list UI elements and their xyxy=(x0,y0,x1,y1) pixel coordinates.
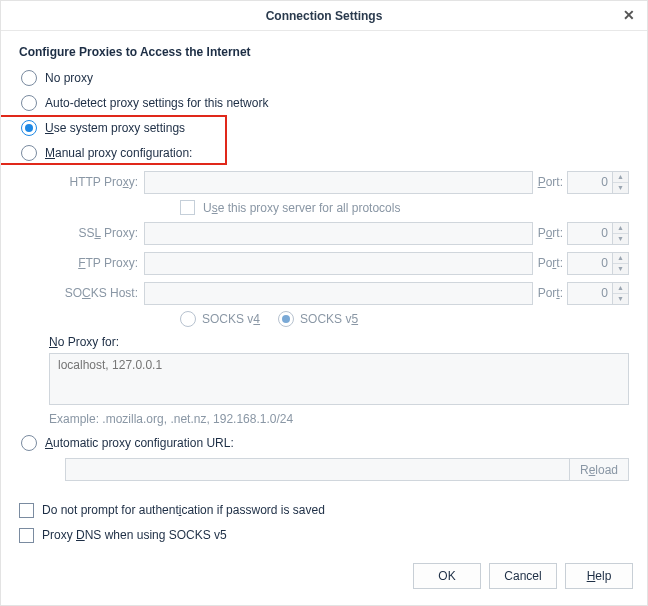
checkbox-label: Proxy DNS when using SOCKS v5 xyxy=(42,528,227,542)
ssl-proxy-input[interactable] xyxy=(144,222,533,245)
radio-icon xyxy=(21,70,37,86)
no-proxy-textarea[interactable] xyxy=(49,353,629,405)
section-heading: Configure Proxies to Access the Internet xyxy=(19,45,629,59)
bottom-options: Do not prompt for authentication if pass… xyxy=(19,499,629,546)
http-proxy-label: HTTP Proxy: xyxy=(49,175,144,189)
close-icon[interactable]: ✕ xyxy=(619,5,639,25)
radio-no-proxy[interactable]: No proxy xyxy=(21,67,629,89)
http-proxy-input[interactable] xyxy=(144,171,533,194)
button-bar: OK Cancel Help xyxy=(1,557,647,605)
chevron-up-icon: ▲ xyxy=(613,283,628,294)
radio-label: Auto-detect proxy settings for this netw… xyxy=(45,96,268,110)
port-label: Port: xyxy=(533,256,567,270)
radio-manual[interactable]: Manual proxy configuration: xyxy=(21,142,629,164)
socks-host-label: SOCKS Host: xyxy=(49,286,144,300)
radio-auto-detect[interactable]: Auto-detect proxy settings for this netw… xyxy=(21,92,629,114)
connection-settings-dialog: Connection Settings ✕ Configure Proxies … xyxy=(0,0,648,606)
radio-pac[interactable]: Automatic proxy configuration URL: xyxy=(21,432,629,454)
chevron-up-icon: ▲ xyxy=(613,172,628,183)
radio-icon xyxy=(21,120,37,136)
cancel-button[interactable]: Cancel xyxy=(489,563,557,589)
socks-v5-label: SOCKS v5 xyxy=(300,312,358,326)
port-spinner[interactable]: ▲▼ xyxy=(613,282,629,305)
ftp-proxy-input[interactable] xyxy=(144,252,533,275)
no-proxy-label: No Proxy for: xyxy=(49,335,629,349)
socks-port-input[interactable] xyxy=(567,282,613,305)
radio-label: No proxy xyxy=(45,71,93,85)
radio-label: Automatic proxy configuration URL: xyxy=(45,436,234,450)
radio-icon xyxy=(180,311,196,327)
checkbox-icon xyxy=(180,200,195,215)
ftp-port-input[interactable] xyxy=(567,252,613,275)
socks-v4-label: SOCKS v4 xyxy=(202,312,260,326)
help-button[interactable]: Help xyxy=(565,563,633,589)
no-proxy-block: No Proxy for: Example: .mozilla.org, .ne… xyxy=(49,335,629,426)
radio-use-system[interactable]: Use system proxy settings xyxy=(21,117,629,139)
ssl-port-input[interactable] xyxy=(567,222,613,245)
pac-url-row: Reload xyxy=(65,458,629,481)
radio-icon xyxy=(21,95,37,111)
socks-host-input[interactable] xyxy=(144,282,533,305)
ssl-proxy-row: SSL Proxy: Port: ▲▼ xyxy=(49,221,629,245)
checkbox-label: Do not prompt for authentication if pass… xyxy=(42,503,325,517)
chevron-up-icon: ▲ xyxy=(613,223,628,234)
http-proxy-row: HTTP Proxy: Port: ▲▼ xyxy=(49,170,629,194)
chevron-down-icon: ▼ xyxy=(613,183,628,193)
no-proxy-example: Example: .mozilla.org, .net.nz, 192.168.… xyxy=(49,412,629,426)
checkbox-proxy-dns[interactable]: Proxy DNS when using SOCKS v5 xyxy=(19,524,629,546)
titlebar: Connection Settings ✕ xyxy=(1,1,647,31)
proxy-fields: HTTP Proxy: Port: ▲▼ Use this proxy serv… xyxy=(49,170,629,327)
radio-icon xyxy=(21,435,37,451)
radio-label: Manual proxy configuration: xyxy=(45,146,192,160)
port-spinner[interactable]: ▲▼ xyxy=(613,222,629,245)
chevron-up-icon: ▲ xyxy=(613,253,628,264)
ok-button[interactable]: OK xyxy=(413,563,481,589)
use-all-protocols-row[interactable]: Use this proxy server for all protocols xyxy=(180,200,629,215)
checkbox-icon xyxy=(19,503,34,518)
checkbox-icon xyxy=(19,528,34,543)
reload-button[interactable]: Reload xyxy=(570,458,629,481)
ftp-proxy-row: FTP Proxy: Port: ▲▼ xyxy=(49,251,629,275)
chevron-down-icon: ▼ xyxy=(613,264,628,274)
radio-icon xyxy=(21,145,37,161)
port-spinner[interactable]: ▲▼ xyxy=(613,252,629,275)
window-title: Connection Settings xyxy=(266,9,383,23)
http-port-input[interactable] xyxy=(567,171,613,194)
checkbox-no-prompt-auth[interactable]: Do not prompt for authentication if pass… xyxy=(19,499,629,521)
ftp-proxy-label: FTP Proxy: xyxy=(49,256,144,270)
socks-host-row: SOCKS Host: Port: ▲▼ xyxy=(49,281,629,305)
use-all-label: Use this proxy server for all protocols xyxy=(203,201,400,215)
port-label: Port: xyxy=(533,175,567,189)
radio-label: Use system proxy settings xyxy=(45,121,185,135)
chevron-down-icon: ▼ xyxy=(613,294,628,304)
port-label: Port: xyxy=(533,286,567,300)
radio-socks-v5[interactable]: SOCKS v5 xyxy=(278,311,358,327)
dialog-content: Configure Proxies to Access the Internet… xyxy=(1,31,647,557)
port-label: Port: xyxy=(533,226,567,240)
chevron-down-icon: ▼ xyxy=(613,234,628,244)
port-spinner[interactable]: ▲▼ xyxy=(613,171,629,194)
radio-socks-v4[interactable]: SOCKS v4 xyxy=(180,311,260,327)
ssl-proxy-label: SSL Proxy: xyxy=(49,226,144,240)
pac-url-input[interactable] xyxy=(65,458,570,481)
socks-version-row: SOCKS v4 SOCKS v5 xyxy=(180,311,629,327)
radio-icon xyxy=(278,311,294,327)
